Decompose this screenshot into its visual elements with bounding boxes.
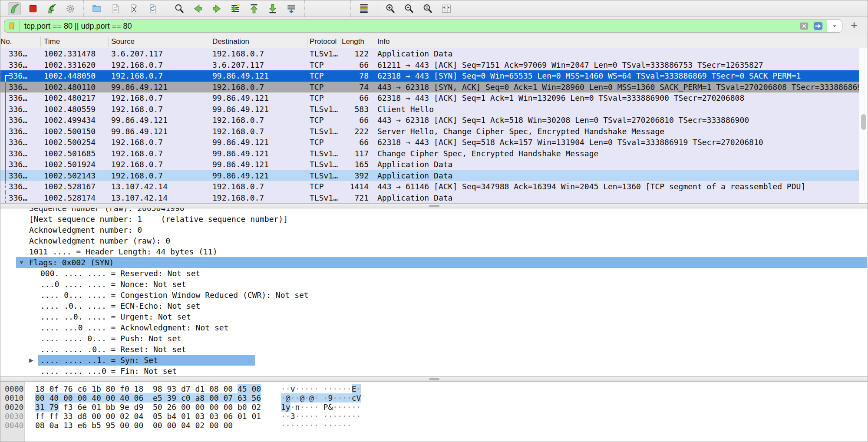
- packet-row[interactable]: 336…1002.500254192.168.0.799.86.49.121TC…: [0, 137, 859, 148]
- detail-line[interactable]: Acknowledgment number: 0: [0, 224, 868, 235]
- hex-bytes[interactable]: 18 0f 76 c6 1b 80 f0 18 98 93 d7 d1 08 0…: [35, 384, 261, 393]
- hex-ascii[interactable]: ·@··@·@· ·9····cV: [281, 393, 361, 402]
- detail-line[interactable]: Sequence number (raw): 2005041990: [0, 208, 868, 214]
- hex-bytes[interactable]: 00 40 00 00 40 00 40 06 e5 39 c0 a8 00 0…: [35, 393, 261, 402]
- packet-row[interactable]: 336…1002.448050192.168.0.799.86.49.121TC…: [0, 70, 859, 82]
- go-first-packet-button[interactable]: [248, 2, 261, 15]
- detail-line[interactable]: .... 0... .... = Congestion Window Reduc…: [0, 290, 868, 300]
- cell-len: 721: [342, 192, 372, 204]
- detail-line[interactable]: .... .... .0.. = Reset: Not set: [0, 344, 868, 355]
- go-last-packet-button[interactable]: [266, 2, 279, 15]
- close-file-button[interactable]: [128, 2, 141, 15]
- column-header-length[interactable]: Length: [342, 35, 376, 48]
- hex-ascii[interactable]: ········ ······: [281, 421, 352, 430]
- hex-row[interactable]: 002031 79 f3 6e 01 bb 9e d9 50 26 00 00 …: [0, 402, 868, 412]
- detail-line[interactable]: ▶.... .... ..1. = Syn: Set: [0, 355, 868, 366]
- filter-query-text[interactable]: tcp.port == 80 || udp.port == 80: [24, 20, 132, 32]
- detail-line[interactable]: .... .... 0... = Push: Not set: [0, 333, 868, 344]
- hex-row[interactable]: 000018 0f 76 c6 1b 80 f0 18 98 93 d7 d1 …: [0, 384, 868, 393]
- detail-line[interactable]: .... .0.. .... = ECN-Echo: Not set: [0, 300, 868, 311]
- restart-capture-button[interactable]: [45, 2, 58, 15]
- column-separator[interactable]: [340, 36, 340, 47]
- column-separator[interactable]: [40, 36, 41, 47]
- hex-ascii[interactable]: 1y·n···· P&······: [281, 402, 361, 412]
- hex-ascii[interactable]: ··3····· ········: [281, 412, 361, 421]
- packet-row[interactable]: 336…1002.52816713.107.42.14192.168.0.7TC…: [0, 181, 859, 192]
- detail-line[interactable]: 1011 .... = Header Length: 44 bytes (11): [0, 246, 868, 257]
- column-header-source[interactable]: Source: [110, 35, 211, 48]
- cell-time: 1002.528174: [42, 192, 108, 204]
- list-detail-splitter[interactable]: [0, 203, 868, 208]
- packet-row[interactable]: 336…1002.52817413.107.42.14192.168.0.7TL…: [0, 192, 859, 204]
- open-file-button[interactable]: [90, 2, 103, 15]
- column-separator[interactable]: [307, 36, 307, 47]
- hex-row[interactable]: 004008 0a 13 e6 b5 95 00 00 00 00 04 02 …: [0, 421, 868, 430]
- packet-row[interactable]: 336…1002.480217192.168.0.799.86.49.121TC…: [0, 92, 859, 104]
- zoom-in-button[interactable]: [384, 2, 397, 15]
- go-forward-button[interactable]: [210, 2, 223, 15]
- stop-capture-button[interactable]: [26, 2, 40, 15]
- hex-row[interactable]: 001000 40 00 00 40 00 40 06 e5 39 c0 a8 …: [0, 393, 868, 402]
- hex-row[interactable]: 0030ff ff 33 d8 00 00 02 04 05 b4 01 03 …: [0, 412, 868, 421]
- colorize-packets-button[interactable]: [357, 2, 370, 15]
- find-packet-button[interactable]: [173, 2, 186, 15]
- capture-options-button[interactable]: [64, 2, 77, 15]
- column-header-protocol[interactable]: Protocol: [309, 35, 343, 48]
- zoom-reset-button[interactable]: [421, 2, 434, 15]
- hex-bytes[interactable]: ff ff 33 d8 00 00 02 04 05 b4 01 03 03 0…: [35, 412, 261, 421]
- cell-len: 78: [342, 70, 372, 82]
- packet-row[interactable]: 336…1002.501924192.168.0.799.86.49.121TL…: [0, 159, 859, 170]
- detail-line[interactable]: [Next sequence number: 1 (relative seque…: [0, 214, 868, 224]
- wireshark-fin-icon: [9, 3, 20, 14]
- hex-bytes[interactable]: 31 79 f3 6e 01 bb 9e d9 50 26 00 00 00 0…: [35, 402, 261, 412]
- display-filter-input[interactable]: tcp.port == 80 || udp.port == 80: [4, 20, 842, 33]
- auto-scroll-button[interactable]: [285, 2, 298, 15]
- cell-time: 1002.502143: [42, 170, 108, 181]
- filter-clear-button[interactable]: [799, 21, 810, 31]
- zoom-out-button[interactable]: [403, 2, 416, 15]
- filter-bookmark-button[interactable]: [4, 20, 20, 32]
- go-to-packet-button[interactable]: [229, 2, 242, 15]
- collapsed-arrow-icon[interactable]: ▶: [29, 355, 33, 366]
- packet-row[interactable]: 336…1002.331620192.168.0.73.6.207.117TCP…: [0, 59, 859, 71]
- detail-line[interactable]: ...0 .... .... = Nonce: Not set: [0, 279, 868, 290]
- resize-columns-button[interactable]: [440, 2, 453, 15]
- detail-bytes-splitter[interactable]: [0, 376, 868, 382]
- column-separator[interactable]: [108, 36, 109, 47]
- packet-list-scrollbar[interactable]: [859, 48, 868, 203]
- cell-no: 336…: [0, 192, 40, 204]
- column-separator[interactable]: [210, 36, 210, 47]
- detail-line[interactable]: .... ...0 .... = Acknowledgment: Not set: [0, 322, 868, 333]
- expanded-arrow-icon[interactable]: ▼: [19, 257, 24, 268]
- packet-row[interactable]: 336…1002.501685192.168.0.799.86.49.121TL…: [0, 148, 859, 159]
- packet-row[interactable]: 336…1002.502143192.168.0.799.86.49.121TL…: [0, 170, 859, 181]
- cell-src: 192.168.0.7: [110, 104, 210, 115]
- bookmark-icon: [7, 21, 17, 31]
- start-capture-button[interactable]: [8, 2, 21, 15]
- packet-row[interactable]: 336…1002.3314783.6.207.117192.168.0.7TLS…: [0, 48, 859, 59]
- filter-add-button[interactable]: +: [848, 18, 861, 33]
- hex-ascii[interactable]: ··v····· ······E·: [281, 384, 361, 393]
- filter-apply-button[interactable]: [812, 21, 825, 31]
- detail-line[interactable]: .... ..0. .... = Urgent: Not set: [0, 311, 868, 322]
- detail-line[interactable]: Acknowledgment number (raw): 0: [0, 235, 868, 246]
- cell-src: 99.86.49.121: [110, 126, 210, 137]
- column-header-destination[interactable]: Destination: [211, 35, 308, 48]
- save-file-button[interactable]: [109, 2, 122, 15]
- hex-bytes[interactable]: 08 0a 13 e6 b5 95 00 00 00 00 04 02 00 0…: [35, 421, 233, 430]
- detail-line[interactable]: 000. .... .... = Reserved: Not set: [0, 268, 868, 279]
- column-header-info[interactable]: Info: [376, 35, 860, 48]
- packet-row[interactable]: 336…1002.480559192.168.0.799.86.49.121TL…: [0, 104, 859, 115]
- packet-row[interactable]: 336…1002.49943499.86.49.121192.168.0.7TC…: [0, 115, 859, 126]
- detail-line[interactable]: ▼Flags: 0x002 (SYN): [0, 257, 868, 268]
- detail-line[interactable]: .... .... ...0 = Fin: Not set: [0, 366, 868, 376]
- go-back-button[interactable]: [191, 2, 205, 15]
- reload-file-button[interactable]: [146, 2, 159, 15]
- column-separator[interactable]: [375, 36, 375, 47]
- packet-row[interactable]: 336…1002.50015099.86.49.121192.168.0.7TL…: [0, 126, 859, 137]
- filter-dropdown-button[interactable]: [827, 20, 842, 32]
- splitter-handle-icon: [429, 205, 439, 207]
- scrollbar-thumb[interactable]: [861, 114, 866, 130]
- packet-row[interactable]: 336…1002.48011099.86.49.121192.168.0.7TC…: [0, 82, 859, 93]
- column-header-time[interactable]: Time: [42, 35, 110, 48]
